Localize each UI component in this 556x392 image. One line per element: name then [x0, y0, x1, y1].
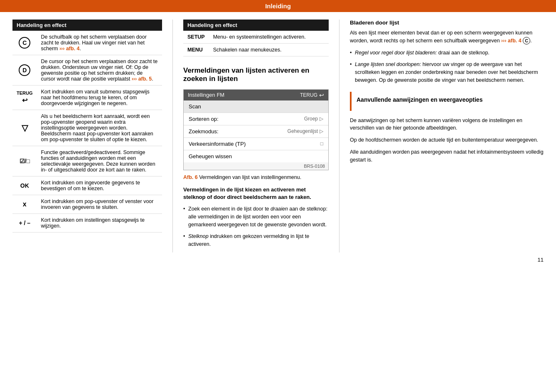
right-section2-box: Aanvullende aanwijzingen en weergaveopti…: [350, 92, 544, 111]
page-number: 11: [0, 252, 556, 267]
fm-row-value: □: [320, 141, 323, 147]
checkbox-cell: ☑/□: [12, 146, 37, 176]
setup-key: SETUP: [183, 31, 209, 44]
fm-back-button[interactable]: TERUG ↩: [300, 92, 324, 98]
fm-row-value: Geheugenlijst ▷: [288, 128, 323, 134]
right-section1-title: Bladeren door lijst: [350, 20, 544, 26]
fm-row-label: Geheugen wissen: [189, 153, 232, 159]
right-section1-body: Als een lijst meer elementen bevat dan e…: [350, 29, 544, 45]
page-wrapper: Inleiding Handeling en effect C: [0, 0, 556, 392]
setup-value: Menu- en systeeminstellingen activeren.: [209, 31, 329, 44]
menu-value: Schakelen naar menukeuzes.: [209, 44, 329, 56]
right-section2-title: Aanvullende aanwijzingen en weergaveopti…: [357, 96, 539, 103]
right-section2-body3: Alle aanduidingen worden pas weergegeven…: [350, 148, 544, 164]
fig-caption: Afb. 6 Vermeldingen van lijst van instel…: [183, 174, 329, 180]
table-row: ▽ Als u het beeldscherm kort aanraakt, w…: [12, 110, 162, 146]
back-arrow-icon: ↩: [319, 92, 324, 98]
icon-cell: D: [12, 55, 37, 86]
mid-body-heading: Vermeldingen in de lijst kiezen en activ…: [183, 186, 329, 201]
right-section2-body1: De aanwijzingen op het scherm kunnen var…: [350, 117, 544, 132]
description-cell: Functie geactiveerd/gedeactiveerd. Sommi…: [37, 146, 162, 176]
left-action-table: Handeling en effect C De schuifbalk op h…: [12, 20, 162, 233]
description-cell: Als u het beeldscherm kort aanraakt, wor…: [37, 110, 162, 146]
mid-section-heading: Vermeldingen van lijsten activeren en zo…: [183, 66, 329, 83]
table-row: C De schuifbalk op het scherm verplaatse…: [12, 31, 162, 55]
d-icon: D: [19, 64, 30, 76]
page-title: Inleiding: [265, 2, 291, 10]
table-row: SETUP Menu- en systeeminstellingen activ…: [183, 31, 329, 44]
fig-label: Afb. 6: [183, 174, 198, 180]
table-row: x Kort indrukken om pop-upvenster of ven…: [12, 195, 162, 214]
fm-row-label: Sorteren op:: [189, 116, 219, 122]
chevron-right-icon: ▷: [320, 128, 323, 134]
page-num-value: 11: [538, 257, 544, 263]
fm-row-label: Verkeersinformatie (TP): [189, 141, 246, 147]
description-cell: Kort indrukken om vanuit submenu stapsge…: [37, 86, 162, 110]
fm-panel-header: Instellingen FM TERUG ↩: [184, 90, 328, 100]
fm-row-value: Groep ▷: [304, 116, 323, 122]
description-cell: Kort indrukken om pop-upvenster of venst…: [37, 195, 162, 214]
fm-row-scan[interactable]: Scan: [184, 100, 328, 113]
right-bullet-2: Lange lijsten snel doorlopen: hiervoor u…: [350, 61, 544, 84]
terug-cell: TERUG↩: [12, 86, 37, 110]
mid-table-header: Handeling en effect: [183, 20, 329, 31]
fm-row-verkeer[interactable]: Verkeersinformatie (TP) □: [184, 138, 328, 150]
table-row: MENU Schakelen naar menukeuzes.: [183, 44, 329, 56]
page-header: Inleiding: [0, 0, 556, 12]
left-column: Handeling en effect C De schuifbalk op h…: [12, 20, 170, 252]
mid-right-divider: [339, 20, 340, 252]
right-bullet-1: Regel voor regel door lijst bladeren: dr…: [350, 49, 544, 57]
table-row: D De cursor op het scherm verplaatsen do…: [12, 55, 162, 86]
right-section2-body2: Op de hoofdschermen worden de actuele ti…: [350, 136, 544, 144]
left-mid-divider: [172, 20, 173, 252]
description-cell: De schuifbalk op het scherm verplaatsen …: [37, 31, 162, 55]
fm-row-zoekmodus[interactable]: Zoekmodus: Geheugenlijst ▷: [184, 125, 328, 138]
middle-column: Handeling en effect SETUP Menu- en syste…: [175, 20, 337, 252]
fm-row-label: Scan: [189, 103, 201, 110]
setup-table: Handeling en effect SETUP Menu- en syste…: [183, 20, 329, 56]
ref-link-afb5[interactable]: ››› afb. 5: [132, 76, 152, 82]
c-icon-inline: C: [523, 37, 530, 44]
fm-panel-title: Instellingen FM: [188, 92, 224, 98]
fm-row-sorteren[interactable]: Sorteren op: Groep ▷: [184, 113, 328, 125]
table-row: OK Kort indrukken om ingevoerde gegevens…: [12, 176, 162, 195]
content-area: Handeling en effect C De schuifbalk op h…: [0, 20, 556, 252]
table-row: TERUG↩ Kort indrukken om vanuit submenu …: [12, 86, 162, 110]
menu-key: MENU: [183, 44, 209, 56]
left-table-header: Handeling en effect: [12, 20, 162, 31]
fm-row-label: Zoekmodus:: [189, 128, 219, 135]
triangle-cell: ▽: [12, 110, 37, 146]
fm-panel-footer: BRS-0108: [184, 162, 328, 170]
ref-link-afb4b[interactable]: ››› afb. 4: [501, 38, 522, 44]
fm-row-geheugen[interactable]: Geheugen wissen: [184, 150, 328, 162]
description-cell: Kort indrukken om instellingen stapsgewi…: [37, 214, 162, 233]
icon-cell: C: [12, 31, 37, 55]
mid-bullet-1: Zoek een element in de lijst door te dra…: [183, 205, 329, 228]
chevron-right-icon: ▷: [320, 116, 323, 122]
description-cell: Kort indrukken om ingevoerde gegevens te…: [37, 176, 162, 195]
fm-panel: Instellingen FM TERUG ↩ Scan Sorteren op…: [183, 89, 329, 170]
fig-caption-text: Vermeldingen van lijst van instellingenm…: [199, 174, 301, 180]
terug-label: TERUG: [300, 92, 317, 98]
c-icon: C: [19, 37, 30, 49]
table-row: + / – Kort indrukken om instellingen sta…: [12, 214, 162, 233]
ok-cell: OK: [12, 176, 37, 195]
plusmin-cell: + / –: [12, 214, 37, 233]
mid-bullet-2: Stelknop indrukken om gekozen vermelding…: [183, 233, 329, 248]
x-cell: x: [12, 195, 37, 214]
right-column: Bladeren door lijst Als een lijst meer e…: [342, 20, 544, 252]
table-row: ☑/□ Functie geactiveerd/gedeactiveerd. S…: [12, 146, 162, 176]
ref-link-afb4a[interactable]: ››› afb. 4: [59, 46, 80, 51]
description-cell: De cursor op het scherm verplaatsen door…: [37, 55, 162, 86]
